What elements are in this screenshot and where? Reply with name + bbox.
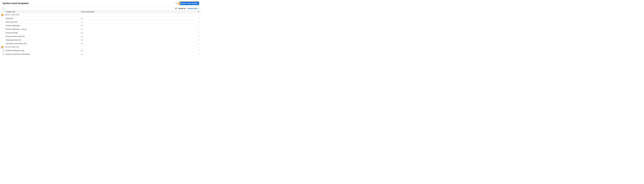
table-row[interactable]: Reset passwordno···	[0, 20, 201, 24]
table-row[interactable]: Synerise newsletter confirmationno···	[0, 52, 201, 56]
section-title: CUSTOM TEMPLATES	[0, 45, 201, 49]
table-row[interactable]: Aktywacja konta (PL)no···	[0, 38, 201, 42]
row-name: Przypomnienie hasła (PL)	[6, 35, 81, 37]
row-name: Subscribe	[6, 17, 81, 19]
table-row[interactable]: Newsletter confirmation (PL)no···	[0, 42, 201, 45]
page-header: System email templates 3 Create e-mail t…	[0, 0, 201, 7]
row-used: no	[81, 25, 196, 26]
row-actions-menu[interactable]: ···	[196, 21, 200, 23]
row-used: no	[81, 43, 196, 44]
svg-rect-3	[198, 11, 198, 12]
page-title: System email templates	[2, 2, 29, 5]
table-row[interactable]: Product notificationno···	[0, 24, 201, 27]
search-button[interactable]	[175, 2, 178, 5]
row-actions-menu[interactable]: ···	[196, 17, 200, 19]
row-actions-menu[interactable]: ···	[196, 43, 200, 44]
table-row[interactable]: Product notification - sing upno···	[0, 27, 201, 31]
template-list: 1DEFAULT TEMPLATESSubscribeno···Reset pa…	[0, 13, 201, 56]
row-used: no	[81, 35, 196, 37]
arrow-down-icon	[198, 8, 199, 9]
row-name: Synerise newsletter confirmation	[6, 53, 81, 55]
svg-rect-2	[198, 11, 198, 12]
row-name: Aktywacja konta (PL)	[6, 39, 81, 41]
row-actions-menu[interactable]: ···	[196, 53, 200, 55]
row-checkbox[interactable]	[3, 50, 4, 51]
column-config-button[interactable]	[196, 11, 200, 13]
row-used: no	[81, 28, 196, 30]
select-all-checkbox[interactable]	[3, 8, 4, 9]
list-section: 1DEFAULT TEMPLATESSubscribeno···Reset pa…	[0, 13, 201, 45]
create-email-template-button[interactable]: Create e-mail template	[180, 2, 199, 5]
table-row[interactable]: Subscribeno···	[0, 16, 201, 20]
row-name: Product notification Copy	[6, 49, 81, 51]
row-name: Reset password	[6, 21, 81, 23]
table-row[interactable]: Przypomnienie hasła (PL)no···	[0, 35, 201, 38]
row-actions-menu[interactable]: ···	[196, 28, 200, 30]
section-title: DEFAULT TEMPLATES	[0, 13, 201, 16]
list-toolbar: 27 Sorted by: Creation date	[0, 7, 201, 10]
columns-icon	[198, 11, 200, 13]
col-header-used[interactable]: Used in automation	[81, 11, 196, 12]
sorted-by-label: Sorted by:	[178, 7, 186, 9]
row-checkbox-slot	[3, 50, 6, 51]
row-name: Coupon activate	[6, 32, 81, 34]
row-used: no	[81, 21, 196, 23]
column-headers: Template mail Used in automation	[0, 10, 201, 13]
svg-rect-4	[199, 11, 199, 12]
callout-badge: 1	[1, 14, 4, 16]
search-icon	[176, 2, 178, 4]
row-checkbox-slot	[3, 53, 6, 55]
svg-line-1	[177, 4, 177, 4]
row-checkbox[interactable]	[3, 53, 4, 55]
sort-field-text: Creation date	[187, 7, 197, 9]
row-actions-menu[interactable]: ···	[196, 24, 200, 26]
col-header-name[interactable]: Template mail	[6, 11, 81, 12]
row-actions-menu[interactable]: ···	[196, 49, 200, 51]
sort-field-link[interactable]: Creation date	[187, 7, 199, 9]
results-count: 27	[175, 7, 177, 9]
row-used: no	[81, 53, 196, 55]
row-name: Product notification	[6, 24, 81, 26]
row-actions-menu[interactable]: ···	[196, 39, 200, 41]
list-section: 2CUSTOM TEMPLATESProduct notification Co…	[0, 45, 201, 56]
header-actions: 3 Create e-mail template	[175, 1, 200, 5]
row-used: no	[81, 17, 196, 19]
table-row[interactable]: Product notification Copyno···	[0, 49, 201, 52]
svg-point-0	[176, 3, 177, 4]
table-row[interactable]: Coupon activateno···	[0, 31, 201, 35]
row-used: no	[81, 32, 196, 34]
row-actions-menu[interactable]: ···	[196, 32, 200, 34]
callout-badge: 2	[1, 46, 4, 48]
row-used: no	[81, 39, 196, 41]
create-button-highlight: 3 Create e-mail template	[179, 1, 200, 5]
callout-badge-create: 3	[178, 2, 180, 4]
row-name: Newsletter confirmation (PL)	[6, 43, 81, 44]
row-actions-menu[interactable]: ···	[196, 35, 200, 37]
row-name: Product notification - sing up	[6, 28, 81, 30]
row-used: no	[81, 50, 196, 51]
